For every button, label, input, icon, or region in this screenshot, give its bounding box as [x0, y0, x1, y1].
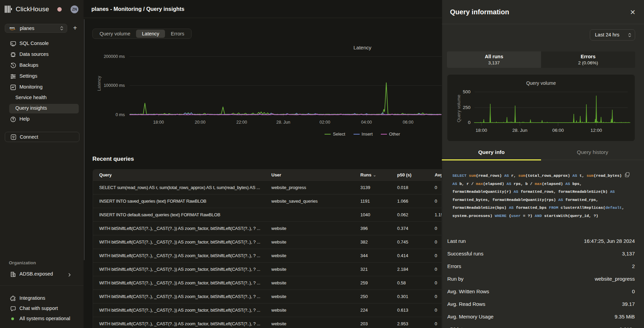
svg-text:aws: aws	[10, 26, 15, 29]
